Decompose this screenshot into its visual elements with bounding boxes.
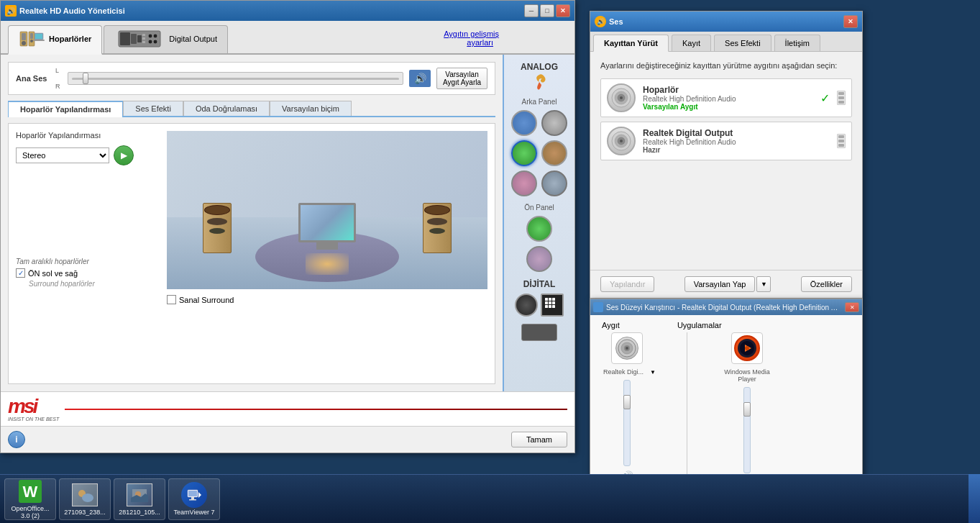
ses-tab-kayittan-yurut[interactable]: Kayıttan Yürüt <box>593 35 669 52</box>
volume-r-label: R <box>55 83 60 90</box>
svg-rect-25 <box>552 301 555 304</box>
msi-logo: msi INSIST ON THE BEST <box>8 396 59 422</box>
ses-tabs: Kayıttan Yürüt Kayıt Ses Efekti İletişim <box>590 32 862 52</box>
mixer-section-header: Aygıt Uygulamalar <box>590 315 862 332</box>
sanal-surround-checkbox[interactable] <box>167 295 176 304</box>
svg-rect-8 <box>33 40 45 41</box>
svg-rect-13 <box>142 34 145 36</box>
device-item-digital-output[interactable]: Realtek Digital Output Realtek High Defi… <box>600 122 852 160</box>
realtek-fader-track[interactable] <box>623 380 631 466</box>
jack-btn-green-front[interactable] <box>526 216 552 242</box>
volume-slider-thumb[interactable] <box>83 73 88 84</box>
info-btn[interactable]: i <box>8 431 25 448</box>
right-speaker-driver1 <box>424 205 450 215</box>
on-sol-sag-label: ÖN sol ve sağ <box>28 269 78 278</box>
jack-btn-blue-1[interactable] <box>511 110 537 136</box>
ses-tab-iletisim[interactable]: İletişim <box>774 35 820 51</box>
taskbar-item-openoffice[interactable]: W OpenOffice... 3.0 (2) <box>4 478 56 520</box>
ozellikler-btn[interactable]: Özellikler <box>801 276 852 292</box>
mixer-channel-wmp: Windows Media Player 🔊 <box>722 332 772 489</box>
ses-bottom-bar: Yapılandır Varsayılan Yap ▼ Özellikler <box>590 270 862 298</box>
wmp-fader-track[interactable] <box>743 387 751 473</box>
tab-hoparlor[interactable]: Hoparlörler <box>8 25 102 55</box>
ses-tab-ses-efekti[interactable]: Ses Efekti <box>714 35 771 51</box>
digital-output-tab-label: Digital Output <box>169 35 217 43</box>
svg-marker-53 <box>198 492 201 498</box>
jack-btn-purple-front[interactable] <box>526 246 552 272</box>
wmp-fader-thumb[interactable] <box>743 402 751 417</box>
svg-rect-1 <box>22 33 26 40</box>
sub-tab-oda[interactable]: Oda Doğrulaması <box>183 101 270 116</box>
svg-rect-26 <box>545 305 548 308</box>
varsayilan-dropdown-arrow[interactable]: ▼ <box>756 276 771 292</box>
digital-output-name: Realtek Digital Output <box>643 128 830 138</box>
teamviewer-icon-inner <box>181 482 207 508</box>
stage-light <box>306 253 349 275</box>
sub-tab-varsayilan[interactable]: Varsayılan biçim <box>270 101 352 116</box>
realtek-minimize-btn[interactable]: ─ <box>524 4 539 17</box>
parrot-icon <box>531 73 548 91</box>
realtek-fader-thumb[interactable] <box>623 395 631 409</box>
preset-dropdown-btn[interactable]: VarsayılanAygıt Ayarla <box>436 68 487 89</box>
wmp-icon <box>734 335 760 361</box>
tab-digital-output[interactable]: Digital Output <box>104 25 228 53</box>
svg-rect-55 <box>189 499 196 501</box>
jack-btn-hdmi[interactable] <box>541 294 564 317</box>
volume-l-label: L <box>55 67 60 74</box>
taskbar-item-photo1[interactable]: 271093_238... <box>59 478 111 520</box>
realtek-title-icon: 🔊 <box>5 5 17 17</box>
sub-tab-ses-efekt[interactable]: Ses Efekti <box>123 101 183 116</box>
jack-btn-slate-1[interactable] <box>541 170 567 196</box>
taskbar-item-teamviewer[interactable]: TeamViewer 7 <box>168 478 220 520</box>
speaker-stage <box>167 131 487 289</box>
jack-btn-spdif[interactable] <box>515 294 538 317</box>
varsayilan-yap-btn[interactable]: Varsayılan Yap <box>684 276 756 292</box>
speaker-config-controls: Hoparlör Yapılandırması Stereo ▶ Tam ara… <box>16 131 160 376</box>
on-sol-sag-checkbox[interactable] <box>16 268 25 278</box>
realtek-main: Ana Ses L R 🔊 VarsayılanAygıt Ayarla <box>1 55 574 391</box>
play-test-btn[interactable]: ▶ <box>114 145 134 165</box>
svg-rect-10 <box>120 32 130 45</box>
hdmi-connector[interactable] <box>521 324 557 341</box>
svg-rect-7 <box>35 34 42 39</box>
svg-point-36 <box>620 140 623 142</box>
hoparlor-tab-icon <box>19 29 45 49</box>
mixer-close-btn[interactable]: ✕ <box>845 302 859 312</box>
jack-btn-gray-1[interactable] <box>541 110 567 136</box>
hoparlor-desc: Realtek High Definition Audio <box>643 95 813 103</box>
realtek-maximize-btn[interactable]: □ <box>540 4 554 17</box>
jack-btn-brown-1[interactable] <box>541 140 567 166</box>
right-speaker-driver3 <box>429 228 445 234</box>
taskbar-label-openoffice: OpenOffice... 3.0 (2) <box>8 506 52 520</box>
ana-ses-label: Ana Ses <box>16 74 48 83</box>
monitor-screen <box>298 203 356 242</box>
speaker-icon-btn[interactable]: 🔊 <box>409 70 431 87</box>
sanal-surround-row: Sanal Surround <box>167 295 487 304</box>
arka-panel-label: Arka Panel <box>522 98 557 106</box>
jack-btn-green-1[interactable] <box>511 140 537 166</box>
config-select[interactable]: Stereo <box>16 147 109 163</box>
device-item-hoparlor[interactable]: Hoparlör Realtek High Definition Audio V… <box>600 78 852 117</box>
tamam-btn[interactable]: Tamam <box>511 432 567 447</box>
volume-slider[interactable] <box>68 72 404 85</box>
taskbar: W OpenOffice... 3.0 (2) 271093_238... <box>0 474 980 523</box>
teamviewer-icon <box>181 482 207 508</box>
realtek-channel-dropdown[interactable]: ▼ <box>650 369 656 376</box>
realtek-close-btn[interactable]: ✕ <box>556 4 570 17</box>
device-list-container: Hoparlör Realtek High Definition Audio V… <box>600 78 852 160</box>
scroll-bar-1 <box>838 92 844 95</box>
sub-tab-hoparlor-yapilandirma[interactable]: Hoparlör Yapılandırması <box>8 101 123 117</box>
digital-output-tab-icon <box>114 29 165 49</box>
varsayilan-container: Varsayılan Yap ▼ <box>684 276 771 292</box>
photo1-icon <box>72 482 98 508</box>
ses-close-btn[interactable]: ✕ <box>843 15 858 28</box>
realtek-left-panel: Ana Ses L R 🔊 VarsayılanAygıt Ayarla <box>1 55 503 391</box>
jack-btn-pink-1[interactable] <box>511 170 537 196</box>
digital-output-desc: Realtek High Definition Audio <box>643 138 830 146</box>
yapilandir-btn[interactable]: Yapılandır <box>600 276 654 292</box>
taskbar-item-photo2[interactable]: 281210_105... <box>114 478 165 520</box>
svg-rect-20 <box>545 298 548 301</box>
arka-panel-jacks-row2 <box>511 140 567 166</box>
ses-tab-kayit[interactable]: Kayıt <box>672 35 711 51</box>
mixer-uygulamalar-label: Uygulamalar <box>677 321 722 329</box>
